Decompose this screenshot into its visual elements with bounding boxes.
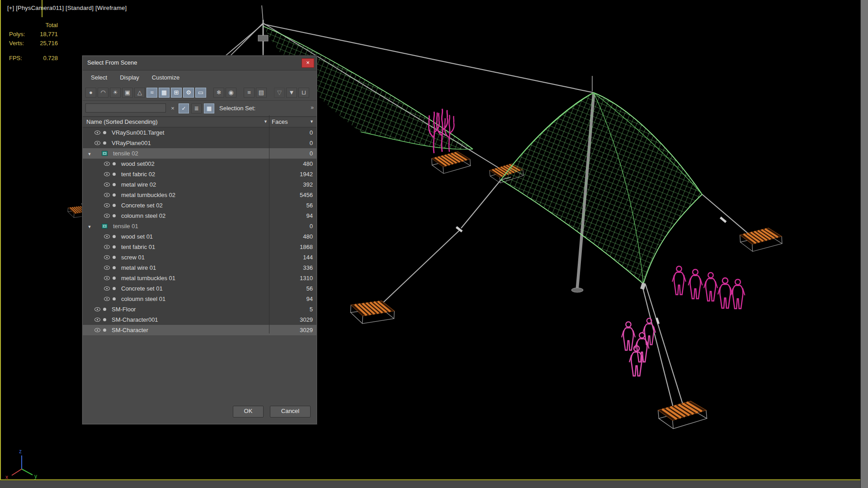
- display-space-warps-icon[interactable]: ≈: [146, 88, 157, 98]
- table-row[interactable]: wood set 01 480: [83, 231, 316, 242]
- table-row[interactable]: VRayPlane001 0: [83, 138, 316, 148]
- row-name: screw 01: [121, 254, 145, 261]
- menu-display[interactable]: Display: [113, 70, 146, 85]
- table-row[interactable]: tensile 02 0: [83, 148, 316, 159]
- view-list-icon[interactable]: ≡: [244, 88, 255, 98]
- visibility-eye-icon[interactable]: [104, 183, 110, 187]
- column-header-name[interactable]: Name (Sorted Descending): [86, 118, 158, 125]
- visibility-eye-icon[interactable]: [104, 162, 110, 166]
- display-bones-icon[interactable]: ⚙: [183, 88, 194, 98]
- cancel-button[interactable]: Cancel: [270, 406, 311, 418]
- selectability-dot-icon[interactable]: [113, 297, 116, 300]
- display-groups-icon[interactable]: ▦: [159, 88, 170, 98]
- selectability-dot-icon[interactable]: [113, 173, 116, 176]
- selectability-dot-icon[interactable]: [113, 277, 116, 280]
- search-input[interactable]: [85, 103, 166, 113]
- visibility-eye-icon[interactable]: [94, 328, 100, 332]
- display-shapes-icon[interactable]: ◠: [98, 88, 108, 98]
- table-row[interactable]: VRaySun001.Target 0: [83, 127, 316, 138]
- table-row[interactable]: metal turnbuckles 01 1310: [83, 273, 316, 283]
- table-row[interactable]: Concrete set 02 56: [83, 200, 316, 211]
- right-panel-edge[interactable]: [860, 0, 868, 488]
- display-hidden-icon[interactable]: ◉: [226, 88, 236, 98]
- display-containers-icon[interactable]: ▭: [195, 88, 206, 98]
- visibility-eye-icon[interactable]: [94, 318, 100, 322]
- selectability-dot-icon[interactable]: [113, 235, 116, 238]
- visibility-eye-icon[interactable]: [104, 297, 110, 301]
- selectability-dot-icon[interactable]: [113, 183, 116, 186]
- row-faces: 1310: [272, 275, 313, 282]
- expander-icon[interactable]: [86, 223, 93, 230]
- scene-list[interactable]: VRaySun001.Target 0 VRayPlane001 0 tensi…: [83, 127, 316, 335]
- ok-button[interactable]: OK: [233, 406, 264, 418]
- table-row[interactable]: tent fabric 02 1942: [83, 169, 316, 179]
- display-cameras-icon[interactable]: ▣: [122, 88, 133, 98]
- viewport-label[interactable]: [+] [PhysCamera011] [Standard] [Wirefram…: [7, 5, 127, 11]
- name-sort-icon[interactable]: ▼: [264, 119, 268, 124]
- visibility-eye-icon[interactable]: [104, 235, 110, 239]
- table-row[interactable]: Concrete set 01 56: [83, 283, 316, 294]
- visibility-eye-icon[interactable]: [104, 172, 110, 176]
- visibility-eye-icon[interactable]: [94, 131, 100, 135]
- filter-icon[interactable]: ▼: [286, 88, 297, 98]
- visibility-eye-icon[interactable]: [94, 307, 100, 311]
- selectability-dot-icon[interactable]: [113, 256, 116, 259]
- dialog-title-bar[interactable]: Select From Scene ×: [83, 56, 316, 70]
- selectability-dot-icon[interactable]: [113, 266, 116, 269]
- visibility-eye-icon[interactable]: [104, 214, 110, 218]
- visibility-eye-icon[interactable]: [104, 276, 110, 280]
- expander-icon[interactable]: [86, 150, 93, 157]
- column-header-faces[interactable]: Faces: [272, 118, 288, 125]
- clear-search-icon[interactable]: ×: [169, 104, 177, 113]
- selectability-dot-icon[interactable]: [103, 308, 106, 311]
- display-xrefs-icon[interactable]: ⊞: [171, 88, 182, 98]
- filter-sets-icon[interactable]: ▽: [274, 88, 285, 98]
- selectability-dot-icon[interactable]: [113, 245, 116, 249]
- selectability-dot-icon[interactable]: [113, 287, 116, 290]
- visibility-eye-icon[interactable]: [104, 193, 110, 197]
- visibility-eye-icon[interactable]: [104, 286, 110, 291]
- display-frozen-icon[interactable]: ❄: [213, 88, 224, 98]
- toolbar-overflow-icon[interactable]: »: [311, 104, 314, 111]
- row-faces: 1868: [272, 244, 313, 250]
- viewport[interactable]: z y x [+] [PhysCamera011] [Standard] [Wi…: [0, 0, 868, 488]
- table-row[interactable]: SM-Character001 3029: [83, 314, 316, 325]
- table-row[interactable]: metal turnbuckles 02 5456: [83, 190, 316, 200]
- close-button[interactable]: ×: [302, 58, 314, 68]
- table-row[interactable]: metal wire 01 336: [83, 263, 316, 273]
- visibility-eye-icon[interactable]: [104, 245, 110, 249]
- selectability-dot-icon[interactable]: [103, 328, 106, 332]
- container-bin-icon[interactable]: ⊔: [298, 88, 309, 98]
- visibility-eye-icon[interactable]: [94, 141, 100, 145]
- selectability-dot-icon[interactable]: [103, 131, 106, 134]
- selectability-dot-icon[interactable]: [113, 214, 116, 217]
- selectability-dot-icon[interactable]: [103, 141, 106, 145]
- selectability-dot-icon[interactable]: [113, 204, 116, 207]
- visibility-eye-icon[interactable]: [104, 266, 110, 270]
- menu-select[interactable]: Select: [85, 70, 113, 85]
- display-helpers-icon[interactable]: △: [134, 88, 145, 98]
- visibility-eye-icon[interactable]: [104, 255, 110, 259]
- visibility-eye-icon[interactable]: [104, 203, 110, 207]
- selectability-dot-icon[interactable]: [113, 162, 116, 165]
- table-row[interactable]: coloumn steel 01 94: [83, 294, 316, 304]
- selectability-dot-icon[interactable]: [113, 193, 116, 197]
- selectability-dot-icon[interactable]: [103, 318, 106, 321]
- menu-customize[interactable]: Customize: [146, 70, 186, 85]
- list-header[interactable]: Name (Sorted Descending) ▼ Faces ▼: [83, 117, 316, 127]
- table-row[interactable]: wood set002 480: [83, 159, 316, 169]
- table-row[interactable]: metal wire 02 392: [83, 179, 316, 190]
- display-geometry-icon[interactable]: ●: [85, 88, 96, 98]
- table-row[interactable]: coloumn steel 02 94: [83, 211, 316, 221]
- table-row[interactable]: SM-Character 3029: [83, 325, 316, 335]
- table-row[interactable]: screw 01 144: [83, 252, 316, 263]
- table-row[interactable]: tensile 01 0: [83, 221, 316, 231]
- display-lights-icon[interactable]: ☀: [110, 88, 121, 98]
- table-row[interactable]: SM-Floor 5: [83, 304, 316, 314]
- view-columns-icon[interactable]: ▤: [256, 88, 267, 98]
- layers-icon[interactable]: ≣: [191, 103, 202, 113]
- select-by-filter-icon[interactable]: ✓: [179, 103, 189, 113]
- faces-sort-icon[interactable]: ▼: [310, 119, 314, 124]
- table-row[interactable]: tent fabric 01 1868: [83, 242, 316, 252]
- selection-set-window-icon[interactable]: ▦: [204, 103, 214, 113]
